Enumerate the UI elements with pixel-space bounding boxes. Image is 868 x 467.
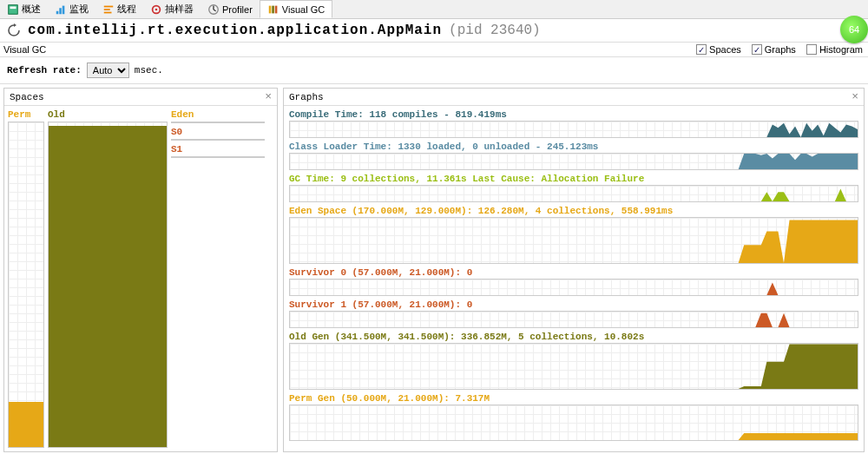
- spaces-panel-title: Spaces: [10, 92, 44, 102]
- close-icon[interactable]: ×: [852, 90, 858, 103]
- graph-area-s0: [289, 279, 858, 296]
- svg-rect-0: [9, 4, 18, 14]
- tab-label: 抽样器: [165, 3, 194, 16]
- graph-row-gc: GC Time: 9 collections, 11.361s Last Cau…: [289, 174, 858, 202]
- checkbox-spaces[interactable]: ✓ Spaces: [696, 44, 741, 55]
- space-perm-fill: [9, 402, 43, 447]
- graphs-panel: Graphs × Compile Time: 118 compiles - 81…: [283, 88, 865, 452]
- graph-area-eden: [289, 217, 858, 264]
- graph-row-s1: Survivor 1 (57.000M, 21.000M): 0: [289, 299, 858, 328]
- tab-sampler[interactable]: 抽样器: [143, 0, 201, 18]
- space-perm-label: Perm: [8, 109, 44, 122]
- tab-label: 线程: [117, 3, 136, 16]
- checkbox-label: Histogram: [819, 44, 863, 55]
- graph-row-perm: Perm Gen (50.000M, 21.000M): 7.317M: [289, 393, 858, 441]
- refresh-unit: msec.: [135, 65, 163, 76]
- main-area: Spaces × Perm Old Eden: [0, 84, 868, 456]
- subheader: Visual GC ✓ Spaces ✓ Graphs Histogram: [0, 42, 868, 57]
- checkbox-histogram[interactable]: Histogram: [806, 44, 863, 55]
- svg-rect-2: [56, 10, 59, 14]
- tab-overview[interactable]: 概述: [0, 0, 48, 18]
- checkbox-icon: [806, 44, 817, 55]
- graph-area-s1: [289, 311, 858, 328]
- overview-icon: [7, 3, 19, 16]
- sampler-icon: [150, 3, 162, 16]
- tab-label: Profiler: [222, 4, 253, 15]
- tab-threads[interactable]: 线程: [95, 0, 143, 18]
- tab-label: Visual GC: [282, 4, 325, 15]
- space-eden-box: [171, 122, 265, 123]
- space-s0-label: S0: [171, 127, 265, 139]
- refresh-label: Refresh rate:: [7, 65, 82, 76]
- svg-point-9: [155, 8, 158, 10]
- profiler-icon: [207, 3, 220, 16]
- tab-bar: 概述 监视 线程 抽样器 Profiler Visual GC: [0, 0, 868, 19]
- tab-profiler[interactable]: Profiler: [201, 0, 260, 18]
- refresh-icon[interactable]: [7, 23, 21, 37]
- checkbox-label: Spaces: [709, 44, 741, 55]
- graph-row-loader: Class Loader Time: 1330 loaded, 0 unload…: [289, 141, 858, 170]
- graph-area-compile: [289, 121, 858, 138]
- title-row: com.intellij.rt.execution.application.Ap…: [0, 19, 868, 42]
- graph-row-s0: Survivor 0 (57.000M, 21.000M): 0: [289, 267, 858, 296]
- refresh-row: Refresh rate: Auto msec.: [0, 57, 868, 84]
- graph-area-gc: [289, 185, 858, 202]
- space-perm-box: [8, 122, 44, 448]
- graph-title-eden: Eden Space (170.000M, 129.000M): 126.280…: [289, 206, 858, 216]
- tab-label: 监视: [69, 3, 89, 16]
- svg-rect-7: [104, 11, 112, 13]
- svg-rect-4: [62, 5, 65, 14]
- space-s0-box: [171, 139, 265, 141]
- graph-title-old: Old Gen (341.500M, 341.500M): 336.852M, …: [289, 332, 858, 342]
- monitor-icon: [55, 3, 67, 16]
- refresh-select[interactable]: Auto: [87, 62, 129, 78]
- threads-icon: [102, 3, 115, 16]
- app-pid: (pid 23640): [449, 23, 541, 38]
- space-s1-box: [171, 156, 265, 158]
- space-eden-label: Eden: [171, 109, 265, 122]
- svg-rect-3: [59, 8, 62, 14]
- subheader-label: Visual GC: [3, 44, 46, 55]
- space-old-label: Old: [48, 109, 168, 122]
- svg-rect-5: [104, 5, 114, 7]
- tab-label: 概述: [22, 3, 41, 16]
- checkbox-graphs[interactable]: ✓ Graphs: [752, 44, 796, 55]
- graph-title-perm: Perm Gen (50.000M, 21.000M): 7.317M: [289, 393, 858, 404]
- space-s1-label: S1: [171, 144, 265, 156]
- graph-title-gc: GC Time: 9 collections, 11.361s Last Cau…: [289, 174, 858, 184]
- graph-title-loader: Class Loader Time: 1330 loaded, 0 unload…: [289, 141, 858, 152]
- tab-monitor[interactable]: 监视: [48, 0, 95, 18]
- arch-badge: 64: [840, 16, 868, 43]
- graph-title-compile: Compile Time: 118 compiles - 819.419ms: [289, 109, 858, 120]
- svg-rect-1: [10, 6, 16, 9]
- spaces-panel: Spaces × Perm Old Eden: [3, 88, 278, 452]
- app-title: com.intellij.rt.execution.application.Ap…: [28, 23, 442, 38]
- visualgc-icon: [267, 3, 279, 16]
- graph-area-loader: [289, 153, 858, 170]
- space-old-box: [48, 122, 168, 448]
- graph-area-perm: [289, 405, 858, 441]
- tab-visualgc[interactable]: Visual GC: [260, 0, 332, 18]
- graph-title-s1: Survivor 1 (57.000M, 21.000M): 0: [289, 299, 858, 310]
- checkbox-icon: ✓: [752, 44, 762, 55]
- close-icon[interactable]: ×: [265, 90, 272, 103]
- graphs-panel-title: Graphs: [289, 92, 324, 102]
- graphs-body: Compile Time: 118 compiles - 819.419msCl…: [284, 106, 864, 451]
- svg-rect-13: [275, 5, 278, 13]
- graph-row-compile: Compile Time: 118 compiles - 819.419ms: [289, 109, 858, 138]
- space-old-fill: [49, 126, 167, 447]
- graph-row-old: Old Gen (341.500M, 341.500M): 336.852M, …: [289, 332, 858, 390]
- svg-rect-6: [104, 9, 110, 10]
- graph-row-eden: Eden Space (170.000M, 129.000M): 126.280…: [289, 206, 858, 264]
- graph-title-s0: Survivor 0 (57.000M, 21.000M): 0: [289, 267, 858, 278]
- checkbox-label: Graphs: [765, 44, 796, 55]
- graph-area-old: [289, 343, 858, 390]
- checkbox-icon: ✓: [696, 44, 707, 55]
- svg-rect-12: [272, 5, 274, 13]
- svg-rect-11: [269, 5, 272, 13]
